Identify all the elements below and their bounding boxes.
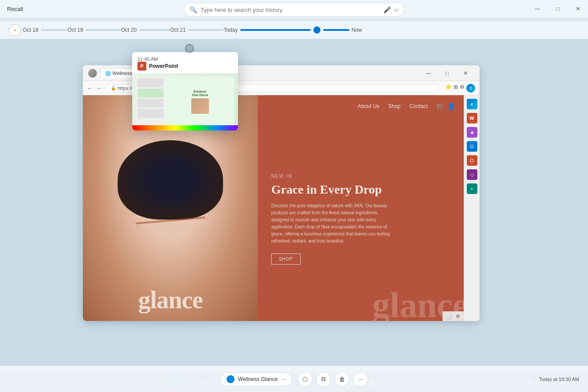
timeline-bar-oct20 — [139, 29, 170, 31]
timeline-today[interactable]: Today — [223, 26, 350, 34]
action-btn-delete[interactable]: 🗑 — [335, 372, 350, 387]
wellness-nav-shop[interactable]: Shop — [388, 103, 401, 109]
timeline-oct20[interactable]: Oct 20 — [121, 27, 170, 33]
browser-toolbar: ⭐ ⊞ ⚙ e — [445, 84, 475, 93]
ppt-thumbnail: EnhanceYour Decor — [132, 73, 238, 131]
wellness-nav-about[interactable]: About Us — [357, 103, 379, 109]
wellness-nav-icons: 🛒 👤 — [436, 103, 455, 110]
timeline-label-oct21: Oct 21 — [170, 27, 186, 33]
sidebar-icon-5[interactable]: O — [467, 155, 477, 166]
wellness-nav-contact[interactable]: Contact — [409, 103, 428, 109]
ppt-thumb-main: EnhanceYour Decor — [165, 77, 234, 127]
ppt-app-row: P PowerPoint — [138, 62, 178, 71]
wellness-right-panel: About Us Shop Contact 🛒 👤 NEW IN Grace i… — [258, 95, 464, 321]
browser-bottom-bar: ⬜ ⚙ — [443, 311, 464, 321]
wellness-body: Discover the pure elegance of nature wit… — [271, 202, 394, 245]
bottom-bar: 🌐 Wellness Glance ··· ⬡ ⧉ 🗑 ··· Today at… — [0, 366, 588, 392]
ppt-slide-3 — [138, 99, 164, 108]
ppt-slide-2 — [138, 89, 164, 97]
maximize-button[interactable]: □ — [547, 0, 568, 18]
timeline-oct18[interactable]: Oct 18 — [23, 27, 67, 33]
timeline-label-oct20: Oct 20 — [121, 27, 137, 33]
browser-toolbar-icon-3[interactable]: ⚙ — [460, 84, 465, 93]
ppt-icon: P — [138, 62, 146, 71]
forward-button[interactable]: → — [96, 85, 101, 91]
mic-icon[interactable]: 🎤 — [383, 6, 391, 13]
ppt-slide-image — [191, 98, 209, 114]
search-icon: 🔍 — [190, 6, 197, 13]
sidebar-icon-3[interactable]: ◈ — [467, 127, 477, 138]
ppt-rainbow — [132, 125, 238, 131]
ppt-slide-1 — [138, 78, 164, 87]
wellness-nav: About Us Shop Contact 🛒 👤 — [258, 95, 464, 117]
browser-toolbar-icon-2[interactable]: ⊞ — [454, 84, 458, 93]
ppt-popup-header: 11:45 AM P PowerPoint — [132, 52, 238, 73]
code-icon[interactable]: ‹› — [394, 6, 398, 13]
ppt-time: 11:45 AM — [138, 56, 178, 62]
screen-icon[interactable]: ⬜ — [446, 314, 452, 319]
search-input[interactable] — [201, 7, 380, 13]
search-bar[interactable]: 🔍 🎤 ‹› — [184, 3, 404, 17]
sidebar-icon-6[interactable]: ◇ — [467, 169, 477, 180]
sidebar-icon-edge[interactable]: e — [467, 99, 477, 109]
timeline-bar-oct19 — [86, 29, 121, 31]
edge-icon[interactable]: e — [466, 84, 475, 93]
timeline-label-today: Today — [223, 27, 238, 33]
sidebar-icon-4[interactable]: O — [467, 141, 477, 152]
ppt-thumb-inner: EnhanceYour Decor — [136, 77, 234, 127]
action-btn-more[interactable]: ··· — [353, 372, 368, 387]
sidebar-icon-office[interactable]: W — [467, 113, 477, 123]
cart-icon[interactable]: 🛒 — [436, 103, 444, 110]
timeline-label-oct18: Oct 18 — [23, 27, 38, 33]
browser-avatar — [88, 69, 97, 78]
bottom-tab-browser-icon: 🌐 — [227, 375, 234, 383]
action-btn-copy[interactable]: ⧉ — [316, 372, 331, 387]
browser-close[interactable]: ✕ — [457, 67, 474, 79]
browser-sidebar: e W ◈ O O ◇ + — [464, 95, 480, 321]
ppt-app-name: PowerPoint — [149, 63, 178, 69]
user-icon[interactable]: 👤 — [447, 103, 455, 110]
timeline-label-oct19: Oct 19 — [67, 27, 83, 33]
bottom-tab-label: Wellness Glance — [238, 376, 278, 382]
back-button[interactable]: ← — [87, 85, 93, 91]
ppt-slide-title: EnhanceYour Decor — [192, 90, 208, 97]
sidebar-icon-7[interactable]: + — [467, 183, 477, 194]
timeline-dot — [313, 26, 320, 34]
wellness-shop-button[interactable]: SHOP — [271, 254, 300, 265]
bottom-tab-wellness[interactable]: 🌐 Wellness Glance ··· — [220, 372, 292, 386]
wellness-left-glance-text: glance — [83, 287, 258, 312]
ppt-thumb-sidebar — [136, 77, 165, 127]
main-content: 🌐 Wellness Glance ✕ — □ ✕ ← → 🔒 https://… — [0, 39, 588, 366]
app-title: Recall — [7, 6, 23, 12]
timeline-bar-oct21 — [188, 29, 223, 31]
timeline-bar-oct18 — [41, 29, 67, 31]
timeline-oct21[interactable]: Oct 21 — [170, 27, 223, 33]
browser-minimize[interactable]: — — [420, 67, 437, 79]
bottom-actions: ⬡ ⧉ 🗑 ··· — [298, 372, 368, 387]
browser-controls — [88, 69, 97, 78]
timeline-oct19[interactable]: Oct 19 — [67, 27, 121, 33]
wellness-new-in: NEW IN — [271, 174, 450, 179]
title-bar: Recall 🔍 🎤 ‹› — □ ✕ — [0, 0, 588, 18]
browser-maximize[interactable]: □ — [438, 67, 456, 79]
close-button[interactable]: ✕ — [568, 0, 588, 18]
timeline-back-button[interactable]: ‹ — [9, 24, 21, 36]
action-btn-share[interactable]: ⬡ — [298, 372, 313, 387]
wellness-headline: Grace in Every Drop — [271, 182, 450, 197]
wellness-content: NEW IN Grace in Every Drop Discover the … — [258, 117, 464, 321]
timeline-bar-today — [240, 29, 311, 31]
timeline-bar-today-after — [323, 29, 350, 31]
settings-icon[interactable]: ⚙ — [456, 314, 460, 319]
ppt-slide-4 — [138, 109, 164, 118]
minimize-button[interactable]: — — [527, 0, 547, 18]
timeline-now: Now — [351, 27, 362, 33]
ppt-popup[interactable]: 11:45 AM P PowerPoint EnhanceYour Decor — [132, 52, 238, 131]
bottom-tab-more[interactable]: ··· — [281, 376, 286, 382]
timeline: ‹ Oct 18 Oct 19 Oct 20 Oct 21 Today Now — [0, 21, 588, 39]
bottom-timestamp: Today at 10:30 AM — [539, 377, 579, 382]
title-bar-controls: — □ ✕ — [527, 0, 588, 18]
browser-toolbar-icon-1[interactable]: ⭐ — [445, 84, 452, 93]
